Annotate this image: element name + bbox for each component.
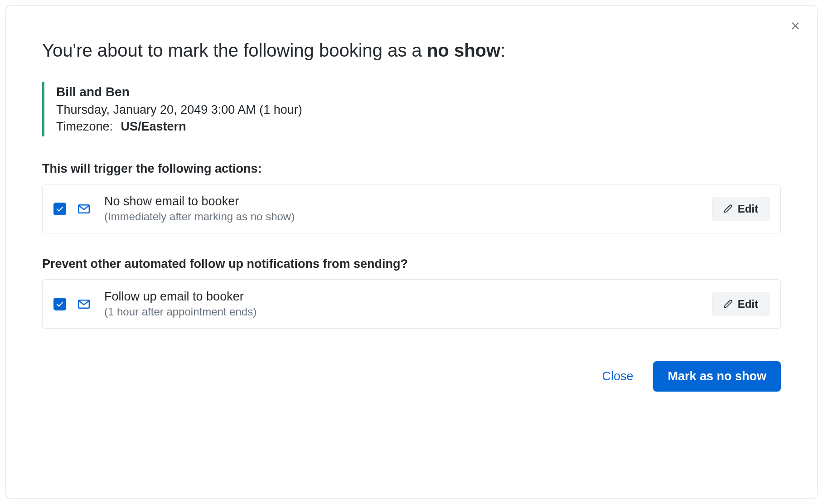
action-text: Follow up email to booker (1 hour after … <box>104 290 712 318</box>
modal-footer: Close Mark as no show <box>42 361 781 392</box>
trigger-actions-heading: This will trigger the following actions: <box>42 162 781 176</box>
checkmark-icon <box>56 300 64 308</box>
timezone-label: Timezone: <box>56 120 113 133</box>
title-suffix: : <box>500 40 505 60</box>
mail-icon <box>77 202 91 216</box>
booking-datetime: Thursday, January 20, 2049 3:00 AM (1 ho… <box>56 103 781 117</box>
checkmark-icon <box>56 205 64 213</box>
modal-title: You're about to mark the following booki… <box>42 39 781 62</box>
mark-no-show-button[interactable]: Mark as no show <box>653 361 781 392</box>
action-follow-up-email: Follow up email to booker (1 hour after … <box>42 279 781 329</box>
timezone-value: US/Eastern <box>121 120 186 133</box>
pencil-icon <box>723 204 733 214</box>
mark-no-show-modal: You're about to mark the following booki… <box>5 5 818 499</box>
booking-timezone: Timezone: US/Eastern <box>56 120 781 134</box>
edit-follow-up-button[interactable]: Edit <box>712 292 770 316</box>
close-icon-button[interactable] <box>788 19 803 33</box>
edit-no-show-button[interactable]: Edit <box>712 197 770 221</box>
title-prefix: You're about to mark the following booki… <box>42 40 427 60</box>
action-subtitle: (Immediately after marking as no show) <box>104 210 712 223</box>
close-icon <box>790 21 800 31</box>
edit-label: Edit <box>738 203 758 215</box>
action-title: No show email to booker <box>104 194 712 208</box>
title-strong: no show <box>427 40 500 60</box>
action-subtitle: (1 hour after appointment ends) <box>104 305 712 318</box>
mail-icon <box>77 297 91 311</box>
action-text: No show email to booker (Immediately aft… <box>104 194 712 223</box>
edit-label: Edit <box>738 298 758 310</box>
booking-summary: Bill and Ben Thursday, January 20, 2049 … <box>42 82 781 136</box>
follow-up-email-checkbox[interactable] <box>53 298 66 310</box>
booking-name: Bill and Ben <box>56 85 781 99</box>
no-show-email-checkbox[interactable] <box>53 203 66 215</box>
action-no-show-email: No show email to booker (Immediately aft… <box>42 184 781 233</box>
pencil-icon <box>723 299 733 309</box>
close-button[interactable]: Close <box>602 369 633 383</box>
action-title: Follow up email to booker <box>104 290 712 304</box>
prevent-notifications-heading: Prevent other automated follow up notifi… <box>42 257 781 271</box>
